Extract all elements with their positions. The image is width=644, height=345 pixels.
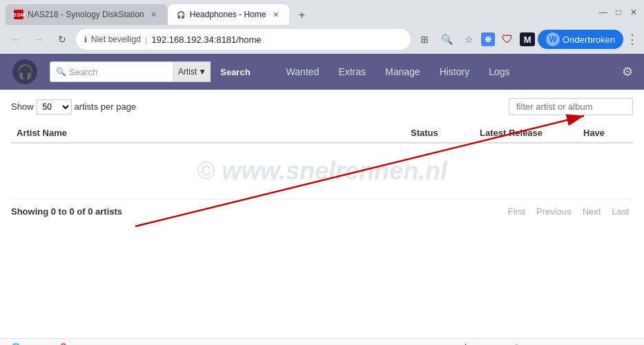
zoom-button[interactable]: 🔍	[437, 30, 456, 49]
address-bar-area: ← → ↻ ℹ Niet beveiligd | 192.168.192.34:…	[0, 25, 644, 54]
search-icon: 🔍	[56, 67, 66, 77]
nav-manage[interactable]: Manage	[375, 54, 430, 90]
profile-avatar: W	[546, 32, 560, 46]
minimize-button[interactable]: —	[598, 8, 608, 17]
tabs-area: BSM NAS218 - Synology DiskStation ✕ 🎧 He…	[6, 0, 311, 25]
maximize-button[interactable]: □	[614, 8, 623, 17]
headphones-favicon: 🎧	[176, 10, 186, 19]
th-latest-release: Latest Release	[474, 124, 578, 143]
not-secure-text: Niet beveiligd	[91, 34, 141, 44]
previous-page-button[interactable]: Previous	[532, 205, 576, 218]
main-content: Show 50 25 100 artists per page Artist N…	[0, 90, 644, 338]
show-post: artists per page	[75, 101, 137, 112]
pagination: First Previous Next Last	[504, 205, 633, 218]
search-type-value: Artist	[178, 67, 197, 77]
next-page-button[interactable]: Next	[578, 205, 605, 218]
profile-button[interactable]: W Onderbroken	[538, 30, 623, 49]
app-wrapper: 🎧 🔍 Search Artist ▼ Search Wanted Extras…	[0, 54, 644, 345]
show-pre: Show	[11, 101, 34, 112]
watermark-text: © www.snelrennen.nl	[197, 157, 447, 186]
logo-circle: 🎧	[12, 59, 37, 84]
search-button[interactable]: Search	[211, 61, 260, 82]
extension-btn-3[interactable]: M	[520, 32, 535, 46]
show-label: Show 50 25 100 artists per page	[11, 99, 136, 115]
bookmark-button[interactable]: ☆	[459, 30, 478, 49]
nav-logs[interactable]: Logs	[479, 54, 519, 90]
last-page-button[interactable]: Last	[607, 205, 633, 218]
browser-menu-button[interactable]: ⋮	[626, 32, 638, 47]
nav-history[interactable]: History	[430, 54, 480, 90]
reload-button[interactable]: ↻	[52, 30, 72, 49]
extension-btn-1[interactable]: ⊕	[481, 32, 495, 46]
watermark-area: © www.snelrennen.nl	[11, 144, 633, 199]
app-navbar: 🎧 🔍 Search Artist ▼ Search Wanted Extras…	[0, 54, 644, 90]
back-button[interactable]: ←	[6, 30, 25, 49]
tab-nas-label: NAS218 - Synology DiskStation	[28, 10, 144, 19]
search-input-box[interactable]: 🔍 Search	[50, 61, 174, 82]
th-artist-name: Artist Name	[11, 124, 405, 143]
address-text: 192.168.192.34:8181/home	[151, 34, 261, 45]
search-input[interactable]: Search	[69, 67, 97, 77]
lock-icon: ℹ	[84, 35, 87, 44]
status-text: Showing 0 to 0 of 0 artists	[11, 206, 122, 217]
browser-chrome: BSM NAS218 - Synology DiskStation ✕ 🎧 He…	[0, 0, 644, 54]
tab-nas-close[interactable]: ✕	[148, 9, 159, 20]
table-header-row: Artist Name Status Latest Release Have	[11, 124, 633, 143]
search-group: 🔍 Search Artist ▼ Search	[50, 61, 260, 82]
forward-button[interactable]: →	[29, 30, 48, 49]
nav-links: Wanted Extras Manage History Logs	[277, 54, 520, 90]
tab-nas[interactable]: BSM NAS218 - Synology DiskStation ✕	[6, 4, 168, 25]
extension-btn-2[interactable]: 🛡	[498, 30, 517, 49]
app-logo: 🎧	[11, 58, 39, 86]
tab-headphones-label: Headphones - Home	[190, 10, 266, 19]
first-page-button[interactable]: First	[504, 205, 529, 218]
tab-headphones[interactable]: 🎧 Headphones - Home ✕	[168, 4, 290, 25]
tab-headphones-close[interactable]: ✕	[270, 9, 281, 20]
nas-favicon: BSM	[14, 10, 23, 19]
dropdown-arrow-icon: ▼	[198, 67, 206, 77]
th-have: Have	[578, 124, 633, 143]
filter-input[interactable]	[509, 98, 633, 115]
nav-extras[interactable]: Extras	[329, 54, 375, 90]
title-bar: BSM NAS218 - Synology DiskStation ✕ 🎧 He…	[0, 0, 644, 25]
logo-headphone-icon: 🎧	[17, 63, 34, 80]
cast-button[interactable]: ⊞	[415, 30, 434, 49]
address-divider: |	[145, 34, 147, 45]
address-box[interactable]: ℹ Niet beveiligd | 192.168.192.34:8181/h…	[76, 29, 411, 50]
nav-wanted[interactable]: Wanted	[277, 54, 329, 90]
profile-label: Onderbroken	[563, 34, 615, 45]
address-actions: ⊞ 🔍 ☆ ⊕ 🛡 M W Onderbroken ⋮	[415, 30, 638, 49]
status-row: Showing 0 to 0 of 0 artists First Previo…	[11, 199, 633, 224]
close-button[interactable]: ✕	[629, 8, 638, 17]
window-controls: — □ ✕	[598, 8, 638, 17]
artist-table: Artist Name Status Latest Release Have	[11, 124, 633, 144]
settings-gear-button[interactable]: ⚙	[622, 64, 633, 79]
th-status: Status	[405, 124, 474, 143]
show-row: Show 50 25 100 artists per page	[11, 98, 633, 115]
new-tab-button[interactable]: +	[292, 6, 311, 25]
show-per-page-select[interactable]: 50 25 100	[37, 99, 72, 115]
app-footer: 🌐 Website ❓ Help Version: f18334d87c7b12…	[0, 338, 644, 345]
search-type-select[interactable]: Artist ▼	[174, 61, 211, 82]
